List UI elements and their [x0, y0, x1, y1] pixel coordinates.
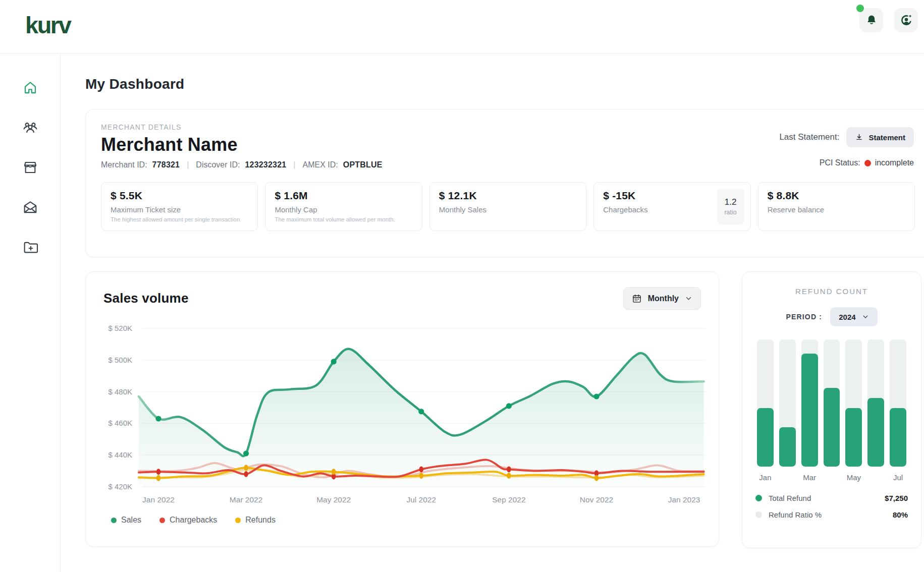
legend-dot-total-refund [755, 495, 762, 501]
stat-card-max-ticket: $ 5.5K Maximum Ticket size The highest a… [101, 182, 258, 231]
stat-value: $ 5.5K [111, 190, 248, 202]
legend-label: Refunds [245, 516, 276, 525]
svg-text:Sep 2022: Sep 2022 [492, 495, 525, 504]
amex-id-value: OPTBLUE [343, 160, 383, 169]
top-bar: kurv [0, 0, 924, 53]
sales-volume-title: Sales volume [103, 291, 189, 306]
stat-label: Monthly Cap [275, 205, 412, 214]
legend-item-refund-ratio: Refund Ratio % 80% [755, 506, 908, 523]
merchant-stats-row: $ 5.5K Maximum Ticket size The highest a… [101, 182, 915, 231]
statement-download-button[interactable]: Statement [846, 127, 914, 147]
separator: | [185, 160, 191, 169]
page-title: My Dashboard [85, 76, 185, 92]
pci-status-dot [864, 160, 871, 166]
users-icon [22, 120, 38, 136]
sidebar-item-home[interactable] [22, 79, 39, 96]
refund-count-title: REFUND COUNT [755, 287, 908, 296]
svg-text:Jan 2022: Jan 2022 [142, 495, 175, 504]
chevron-down-icon [862, 313, 869, 320]
svg-text:$ 500K: $ 500K [108, 356, 132, 364]
legend-item-sales: Sales [111, 516, 141, 525]
svg-text:Mar 2022: Mar 2022 [230, 495, 262, 504]
refund-bar-track [824, 339, 840, 467]
refund-bar-label: May [845, 467, 862, 482]
svg-text:Jul 2022: Jul 2022 [406, 495, 436, 504]
last-statement-label: Last Statement: [779, 132, 839, 142]
legend-dot-refund-ratio [755, 511, 762, 518]
refund-bar-track [801, 339, 818, 467]
refund-bar-label: Jan [757, 467, 774, 482]
header-actions [859, 8, 918, 32]
legend-value: 80% [893, 510, 908, 519]
discover-id-label: Discover ID: [196, 160, 240, 169]
legend-item-total-refund: Total Refund $7,250 [755, 490, 908, 506]
refund-bar-column [867, 339, 884, 482]
statement-button-label: Statement [868, 133, 905, 142]
svg-text:Nov 2022: Nov 2022 [580, 495, 613, 504]
refund-bar-track [779, 339, 796, 467]
monthly-period-label: Monthly [648, 294, 679, 303]
svg-text:Jan 2023: Jan 2023 [668, 495, 700, 504]
merchant-details-eyebrow: MERCHANT DETAILS [101, 123, 383, 131]
stat-description: The maximum total volume allowed per mon… [275, 216, 412, 222]
legend-label: Total Refund [769, 494, 811, 502]
notifications-button[interactable] [859, 8, 883, 32]
refund-bar-column: Mar [801, 339, 818, 482]
home-icon [22, 80, 38, 96]
main-content: My Dashboard MERCHANT DETAILS Merchant N… [61, 54, 924, 572]
chargeback-ratio-box: 1.2 ratio [717, 189, 744, 224]
period-label: PERIOD : [786, 313, 822, 321]
pci-status-label: PCI Status: [820, 158, 860, 167]
separator: | [291, 160, 297, 169]
ratio-label: ratio [724, 209, 736, 216]
stat-label: Maximum Ticket size [111, 205, 248, 214]
year-dropdown[interactable]: 2024 [830, 307, 877, 326]
account-button[interactable] [894, 8, 918, 32]
app-logo: kurv [25, 11, 70, 39]
svg-text:$ 480K: $ 480K [108, 387, 132, 396]
legend-label: Chargebacks [170, 516, 217, 525]
refund-bar-label [867, 467, 884, 482]
stat-label: Monthly Sales [439, 205, 577, 214]
mail-open-icon [22, 199, 38, 215]
notification-dot [856, 5, 864, 12]
sidebar-item-files[interactable] [22, 239, 39, 256]
sidebar-item-messages[interactable] [22, 199, 39, 216]
discover-id-value: 123232321 [245, 160, 286, 169]
stat-card-chargebacks: $ -15K Chargebacks 1.2 ratio [593, 182, 750, 231]
sales-chart-area: $ 520K$ 500K$ 480K$ 460K$ 440K$ 420KJan … [100, 314, 704, 513]
refund-bar-fill [801, 354, 818, 467]
user-settings-icon [900, 14, 913, 27]
stat-card-monthly-sales: $ 12.1K Monthly Sales [429, 182, 586, 231]
refund-bar-fill [845, 408, 862, 467]
refund-bar-label: Jul [890, 467, 906, 482]
pci-status-value: incomplete [875, 158, 914, 167]
sidebar-item-customers[interactable] [22, 119, 39, 136]
refund-bar-track [845, 339, 862, 467]
legend-label: Refund Ratio % [769, 510, 822, 519]
refund-bars-chart: JanMarMayJul [755, 339, 908, 482]
refund-bar-fill [757, 408, 774, 467]
merchant-ids: Merchant ID: 778321 | Discover ID: 12323… [101, 160, 383, 169]
stat-value: $ 8.8K [768, 190, 905, 202]
refund-count-card: REFUND COUNT PERIOD : 2024 JanMarMayJul … [742, 271, 921, 548]
sidebar-item-store[interactable] [22, 159, 39, 176]
monthly-period-dropdown[interactable]: Monthly [623, 287, 701, 310]
svg-text:$ 460K: $ 460K [108, 419, 132, 427]
stat-card-monthly-cap: $ 1.6M Monthly Cap The maximum total vol… [265, 182, 422, 231]
svg-text:$ 440K: $ 440K [108, 450, 132, 459]
svg-text:$ 420K: $ 420K [108, 482, 132, 491]
refund-bar-column: Jan [757, 339, 774, 482]
chevron-down-icon [685, 295, 692, 302]
bell-icon [865, 14, 878, 26]
merchant-status-block: Last Statement: Statement PCI Status: in… [779, 123, 915, 169]
refund-bar-fill [824, 388, 840, 467]
merchant-id-label: Merchant ID: [101, 160, 147, 169]
refund-bar-track [890, 339, 906, 467]
refund-bar-label: Mar [801, 467, 818, 482]
ratio-value: 1.2 [725, 197, 737, 207]
svg-text:$ 520K: $ 520K [108, 324, 132, 332]
refund-bar-column: Jul [890, 339, 906, 482]
merchant-name: Merchant Name [101, 134, 383, 155]
refund-bar-fill [779, 427, 796, 467]
